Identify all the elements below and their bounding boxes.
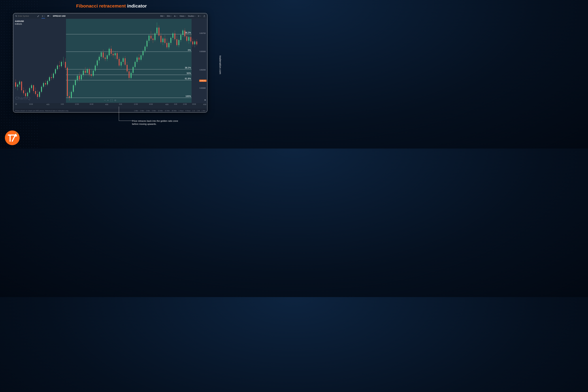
fullscreen-button[interactable]: ⛶ — [110, 99, 112, 102]
draw-tool[interactable] — [37, 15, 39, 17]
mid-dropdown[interactable]: Mid▾ — [160, 15, 164, 17]
svg-rect-37 — [43, 83, 44, 87]
svg-rect-9 — [15, 82, 16, 87]
svg-rect-179 — [184, 30, 185, 36]
tradenation-logo — [4, 130, 20, 146]
interval-option[interactable]: 1 Hour — [178, 110, 184, 112]
svg-rect-115 — [121, 62, 122, 66]
pencil-icon — [37, 15, 39, 17]
chevron-down-icon: ▾ — [164, 15, 164, 17]
interval-option[interactable]: 1 Mo — [202, 110, 205, 112]
svg-rect-87 — [93, 70, 94, 76]
svg-rect-57 — [63, 62, 64, 62]
svg-rect-6 — [175, 16, 176, 16]
chevron-down-icon: ▾ — [50, 15, 51, 17]
x-tick: 4/26 — [105, 103, 108, 105]
svg-rect-83 — [89, 69, 90, 74]
y-tick: 0.65500 — [200, 50, 206, 52]
comment-tool[interactable]: ▾ — [47, 15, 51, 17]
svg-rect-41 — [47, 81, 48, 84]
svg-rect-73 — [79, 76, 80, 80]
x-tick: 12:00 — [75, 103, 79, 105]
share-button[interactable] — [203, 15, 205, 17]
svg-rect-15 — [21, 82, 22, 90]
symbol-search[interactable] — [15, 15, 35, 17]
y-tick: 0.65250 — [200, 69, 206, 71]
svg-rect-89 — [95, 66, 96, 70]
candles-icon — [174, 15, 176, 17]
svg-rect-4 — [174, 16, 174, 16]
svg-point-7 — [198, 16, 199, 16]
interval-option[interactable]: 1 D — [192, 110, 195, 112]
zoom-in-button[interactable]: + — [107, 99, 108, 102]
annotation-text: Price retraces back into the golden rati… — [132, 120, 181, 126]
svg-rect-69 — [75, 80, 76, 85]
svg-rect-71 — [77, 76, 78, 80]
svg-rect-153 — [158, 28, 160, 36]
svg-rect-43 — [49, 77, 50, 81]
svg-rect-85 — [91, 74, 92, 76]
x-tick: 6:00 — [61, 103, 64, 105]
svg-rect-23 — [29, 88, 30, 93]
chartiq-watermark: ChartIQ — [15, 96, 30, 100]
interval-dropdown[interactable]: 30m▾ — [167, 15, 172, 17]
interval-option[interactable]: 2 Min — [140, 110, 144, 112]
svg-rect-181 — [186, 36, 187, 41]
symbol-search-input[interactable] — [18, 15, 32, 17]
svg-rect-191 — [196, 42, 197, 44]
x-tick: 4/28 — [166, 103, 168, 105]
toolbar: ▾ ▾ SPREAD USD Mid▾ 30m▾ ▾ Views▾ Studie… — [13, 13, 207, 19]
svg-rect-149 — [154, 34, 156, 40]
svg-point-0 — [16, 15, 16, 16]
svg-rect-105 — [111, 49, 112, 54]
settings-button[interactable]: ▾ — [198, 15, 201, 17]
svg-rect-47 — [53, 74, 54, 78]
svg-rect-139 — [144, 46, 146, 51]
svg-rect-113 — [119, 59, 120, 66]
crosshair-tool[interactable]: ▾ — [42, 15, 45, 18]
svg-rect-25 — [31, 85, 32, 88]
svg-rect-187 — [192, 42, 193, 44]
scroll-right-button[interactable]: » — [204, 98, 206, 102]
interval-option[interactable]: 30 Min — [172, 110, 177, 112]
svg-rect-81 — [87, 69, 88, 73]
interval-option[interactable]: 1 W — [197, 110, 200, 112]
svg-rect-145 — [150, 36, 152, 38]
svg-rect-61 — [67, 68, 68, 96]
interval-option[interactable]: 3 Min — [146, 110, 150, 112]
interval-option[interactable]: 1 Min — [134, 110, 138, 112]
x-tick: 00 — [15, 103, 17, 105]
views-dropdown[interactable]: Views▾ — [180, 15, 186, 17]
y-tick: 0.65750 — [200, 32, 206, 34]
studies-dropdown[interactable]: Studies▾ — [188, 15, 196, 17]
interval-option[interactable]: 15 Min — [165, 110, 170, 112]
svg-rect-127 — [132, 67, 134, 73]
zoom-controls: − + ⛶ ⊙ — [104, 99, 116, 102]
zoom-out-button[interactable]: − — [104, 99, 106, 102]
svg-rect-157 — [162, 38, 164, 42]
current-price-tag: 0.65101 — [199, 80, 206, 82]
svg-rect-167 — [172, 34, 173, 38]
interval-option[interactable]: 10 Min — [158, 110, 163, 112]
interval-option[interactable]: 4 Hour — [186, 110, 190, 112]
chart-type-dropdown[interactable]: ▾ — [174, 15, 177, 17]
y-axis: 0.657500.655000.652500.650000.65101 — [198, 19, 206, 103]
svg-rect-27 — [33, 85, 34, 91]
chart-area[interactable]: -38.2%0%38.2%50%61.8%100% AUD/USD 0.6510… — [13, 19, 207, 103]
svg-rect-29 — [35, 91, 36, 94]
svg-rect-95 — [101, 52, 102, 57]
svg-rect-163 — [168, 43, 169, 47]
x-tick: 18:00 — [149, 103, 153, 105]
svg-rect-65 — [71, 92, 72, 98]
svg-rect-103 — [109, 49, 110, 55]
svg-rect-111 — [117, 53, 118, 59]
svg-rect-11 — [17, 84, 18, 87]
chevron-down-icon: ▾ — [200, 15, 201, 17]
chevron-down-icon: ▾ — [176, 15, 177, 17]
svg-rect-175 — [180, 35, 181, 40]
chevron-down-icon: ▾ — [185, 15, 186, 17]
interval-option[interactable]: 5 Min — [152, 110, 156, 112]
svg-point-192 — [5, 130, 20, 145]
x-tick: 18:00 — [29, 103, 33, 105]
reset-zoom-button[interactable]: ⊙ — [114, 99, 116, 102]
